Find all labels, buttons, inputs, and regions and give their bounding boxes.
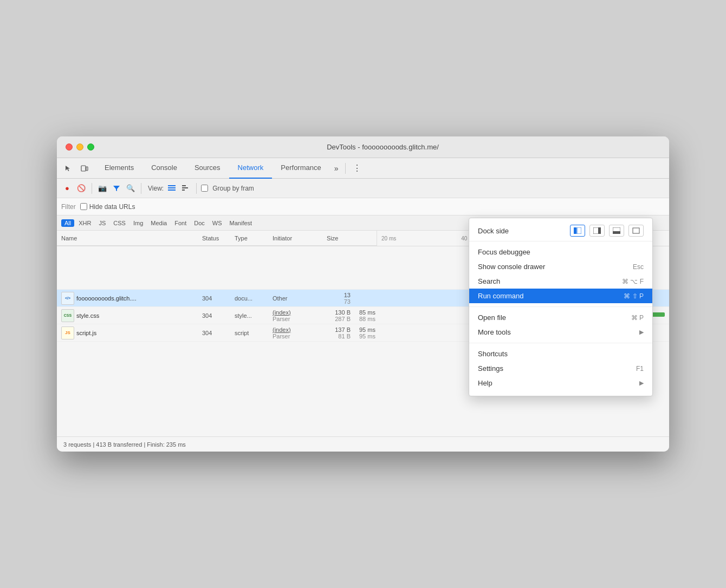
type-btn-css[interactable]: CSS <box>110 219 129 227</box>
row-status: 304 <box>198 312 230 319</box>
window-title: DevTools - fooooooooods.glitch.me/ <box>105 143 660 151</box>
row-type: script <box>230 330 268 336</box>
close-button[interactable] <box>66 143 73 151</box>
header-type: Type <box>230 235 268 241</box>
menu-item-label: Settings <box>478 364 503 373</box>
timeline-view-icon[interactable] <box>180 182 192 194</box>
menu-item-open-file[interactable]: Open file ⌘ P <box>469 310 652 325</box>
svg-rect-9 <box>577 227 581 234</box>
svg-rect-13 <box>613 231 620 234</box>
row-name: style.css <box>76 312 196 319</box>
list-view-icon[interactable] <box>166 182 178 194</box>
traffic-lights <box>66 143 94 151</box>
row-size: 13 73 <box>322 292 355 305</box>
menu-item-shortcut: ⌘ ⇧ P <box>624 292 644 300</box>
svg-rect-1 <box>86 167 88 171</box>
undock-button[interactable] <box>628 225 644 237</box>
status-text: 3 requests | 413 B transferred | Finish:… <box>63 441 186 448</box>
type-btn-media[interactable]: Media <box>147 219 170 227</box>
file-icon-html: </> <box>61 292 74 305</box>
menu-item-shortcut: ⌘ P <box>631 314 644 322</box>
dock-bottom-button[interactable] <box>609 225 624 237</box>
toolbar-divider-3 <box>196 183 197 194</box>
menu-item-label: Focus debuggee <box>478 248 530 256</box>
context-menu: Dock side <box>469 218 653 396</box>
menu-item-label: Show console drawer <box>478 263 545 271</box>
camera-icon[interactable]: 📷 <box>96 182 108 194</box>
clear-button[interactable]: 🚫 <box>75 182 87 194</box>
devtools-window: DevTools - fooooooooods.glitch.me/ Eleme… <box>57 136 669 452</box>
menu-item-label: Help <box>478 379 492 387</box>
row-type: docu... <box>230 295 268 302</box>
menu-item-more-tools[interactable]: More tools ▶ <box>469 325 652 339</box>
dock-buttons <box>570 225 644 237</box>
menu-item-shortcut: Esc <box>633 263 644 271</box>
row-initiator: (index) Parser <box>268 309 322 322</box>
tabs-bar: Elements Console Sources Network Perform… <box>57 158 669 179</box>
menu-section-3: Shortcuts Settings F1 Help ▶ <box>469 343 652 394</box>
svg-rect-4 <box>168 190 176 191</box>
type-btn-manifest[interactable]: Manifest <box>226 219 256 227</box>
type-btn-doc[interactable]: Doc <box>191 219 208 227</box>
menu-item-show-console-drawer[interactable]: Show console drawer Esc <box>469 259 652 274</box>
row-status: 304 <box>198 295 230 302</box>
view-label: View: <box>148 185 164 192</box>
device-toolbar-icon[interactable] <box>77 161 92 175</box>
hide-data-urls-checkbox-group: Hide data URLs <box>80 203 135 211</box>
header-status: Status <box>198 235 230 241</box>
type-btn-font[interactable]: Font <box>171 219 190 227</box>
hide-data-urls-checkbox[interactable] <box>80 203 87 210</box>
menu-item-run-command[interactable]: Run command ⌘ ⇧ P <box>469 289 652 303</box>
header-initiator: Initiator <box>268 235 322 241</box>
svg-rect-5 <box>182 185 186 186</box>
tab-console[interactable]: Console <box>142 158 186 179</box>
tab-sources[interactable]: Sources <box>186 158 229 179</box>
row-size: 137 B 81 B <box>322 326 355 339</box>
menu-item-help[interactable]: Help ▶ <box>469 376 652 390</box>
hide-data-urls-label: Hide data URLs <box>89 203 135 211</box>
row-status: 304 <box>198 330 230 336</box>
minimize-button[interactable] <box>76 143 83 151</box>
group-by-frame-checkbox[interactable] <box>201 185 208 192</box>
svg-rect-0 <box>81 166 86 171</box>
submenu-arrow-icon: ▶ <box>639 329 644 336</box>
table-header-left: Name Status Type Initiator Size <box>57 231 377 246</box>
tab-elements[interactable]: Elements <box>96 158 142 179</box>
row-size: 130 B 287 B <box>322 309 355 322</box>
svg-rect-8 <box>574 227 576 234</box>
submenu-arrow-icon: ▶ <box>639 380 644 387</box>
type-btn-all[interactable]: All <box>61 219 74 227</box>
group-by-frame-label: Group by fram <box>212 185 254 192</box>
tab-network[interactable]: Network <box>229 158 273 179</box>
tab-performance[interactable]: Performance <box>272 158 329 179</box>
dock-right-button[interactable] <box>589 225 605 237</box>
dock-left-button[interactable] <box>570 225 585 237</box>
menu-item-focus-debuggee[interactable]: Focus debuggee <box>469 245 652 259</box>
menu-item-label: Shortcuts <box>478 350 508 358</box>
file-icon-js: JS <box>61 326 74 339</box>
network-toolbar: ● 🚫 📷 🔍 View: Group by <box>57 179 669 198</box>
search-icon[interactable]: 🔍 <box>125 182 137 194</box>
menu-item-label: Open file <box>478 313 506 322</box>
filter-placeholder[interactable]: Filter <box>61 203 76 211</box>
svg-rect-14 <box>633 228 639 233</box>
type-btn-img[interactable]: Img <box>130 219 146 227</box>
svg-rect-7 <box>182 190 185 191</box>
row-name: script.js <box>76 330 196 336</box>
menu-item-settings[interactable]: Settings F1 <box>469 361 652 376</box>
type-btn-js[interactable]: JS <box>95 219 109 227</box>
svg-rect-3 <box>168 187 176 188</box>
filter-icon[interactable] <box>111 182 122 194</box>
type-btn-xhr[interactable]: XHR <box>75 219 94 227</box>
svg-rect-11 <box>598 227 601 234</box>
more-tabs-button[interactable]: » <box>330 158 343 179</box>
menu-item-search[interactable]: Search ⌘ ⌥ F <box>469 274 652 289</box>
type-btn-ws[interactable]: WS <box>209 219 225 227</box>
cursor-icon[interactable] <box>61 161 75 175</box>
maximize-button[interactable] <box>87 143 94 151</box>
menu-item-shortcuts[interactable]: Shortcuts <box>469 347 652 361</box>
devtools-menu-button[interactable]: ⋮ <box>350 161 364 175</box>
toolbar-divider-1 <box>92 183 92 194</box>
svg-rect-2 <box>168 185 176 186</box>
record-button[interactable]: ● <box>61 182 73 194</box>
